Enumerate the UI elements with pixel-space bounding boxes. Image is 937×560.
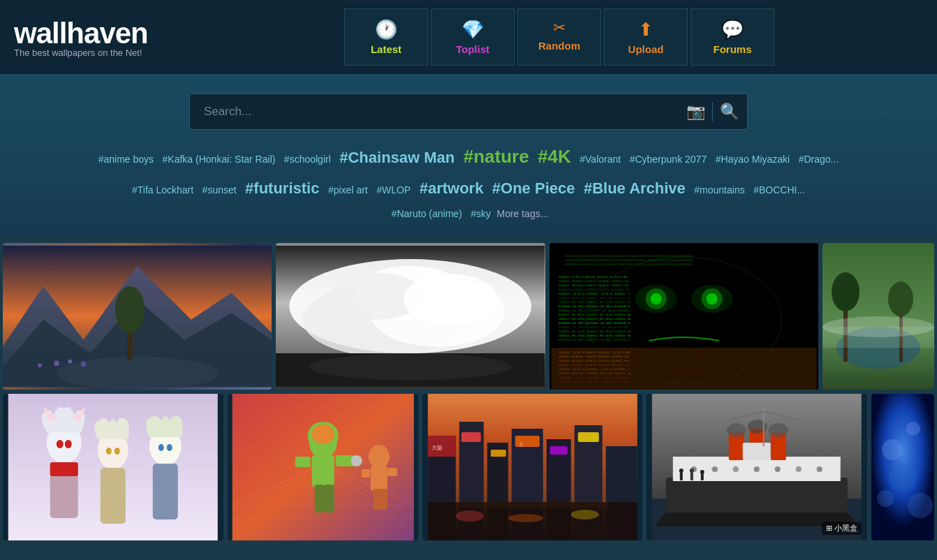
tag-tifa[interactable]: #Tifa Lockhart — [132, 184, 193, 196]
svg-rect-101 — [361, 469, 369, 478]
nav-label-upload: Upload — [628, 43, 664, 55]
svg-text:52930351 90100101 52930351 901: 52930351 90100101 52930351 90100101 5293… — [558, 280, 628, 283]
gallery-item-clouds[interactable] — [276, 243, 545, 390]
nav-label-toplist: Toplist — [456, 43, 489, 55]
svg-point-10 — [38, 363, 42, 367]
tag-valorant[interactable]: #Valorant — [580, 154, 621, 165]
svg-point-155 — [906, 422, 920, 436]
tag-blue-archive[interactable]: #Blue Archive — [584, 179, 686, 197]
svg-text:大阪: 大阪 — [431, 445, 443, 451]
tag-anime-boys[interactable]: #anime boys — [98, 154, 154, 165]
search-icon[interactable]: 🔍 — [720, 103, 739, 121]
svg-text:10100111 00110101 10100111 001: 10100111 00110101 10100111 00110101 1010… — [558, 284, 628, 287]
svg-point-120 — [508, 514, 543, 522]
svg-point-147 — [690, 469, 694, 473]
tag-one-piece[interactable]: #One Piece — [492, 179, 575, 197]
svg-text:52930351 90100101 52930351 901: 52930351 90100101 52930351 90100101 5293… — [558, 355, 628, 358]
svg-rect-98 — [324, 485, 334, 513]
svg-point-140 — [727, 423, 746, 437]
search-bar: 📷 🔍 — [189, 94, 748, 130]
svg-rect-103 — [373, 489, 380, 510]
svg-point-142 — [769, 423, 788, 437]
tag-4k[interactable]: #4K — [538, 146, 571, 167]
tag-wlop[interactable]: #WLOP — [376, 184, 411, 196]
svg-point-78 — [158, 444, 164, 451]
tag-mountains[interactable]: #mountains — [694, 184, 744, 196]
upload-icon: ⬆ — [638, 19, 654, 40]
svg-point-154 — [882, 439, 903, 460]
tags-area: #anime boys #Kafka (Honkai: Star Rail) #… — [50, 140, 887, 225]
shuffle-icon: ✂ — [553, 19, 566, 37]
nav-item-random[interactable]: ✂ Random — [517, 8, 601, 66]
gallery-row-1: 0101010101010101010101010101010101010101… — [3, 243, 934, 390]
nav-label-latest: Latest — [371, 43, 401, 55]
svg-rect-104 — [380, 489, 387, 510]
tag-sky[interactable]: #sky — [471, 208, 491, 219]
svg-rect-69 — [50, 462, 78, 476]
camera-icon[interactable]: 📷 — [686, 103, 705, 121]
gallery-item-city[interactable]: 大阪 王 — [422, 394, 643, 540]
gallery-item-game[interactable] — [228, 394, 418, 540]
svg-rect-148 — [701, 473, 704, 480]
tag-bocchi[interactable]: #BOCCHI... — [753, 184, 805, 196]
svg-text:10100111 001 10101 10100111 00: 10100111 001 10101 10100111 001 10101 10… — [558, 334, 630, 337]
gallery-item-ship[interactable]: ⊞ 小黑盒 — [647, 394, 867, 540]
svg-text:52930351 901 00101 52930351 90: 52930351 901 00101 52930351 901 00101 52… — [558, 330, 630, 333]
tag-futuristic[interactable]: #futuristic — [245, 179, 319, 197]
svg-point-135 — [796, 466, 802, 472]
gallery-item-pepe[interactable]: 0101010101010101010101010101010101010101… — [549, 243, 818, 390]
gallery-row-2: 大阪 王 — [3, 394, 934, 540]
svg-text:01010100 11010011 01010100 110: 01010100 11010011 01010100 11010011 0101… — [558, 364, 628, 367]
more-tags-link[interactable]: More tags... — [496, 208, 548, 219]
svg-text:52930351 9010 0101 52930351 90: 52930351 9010 0101 52930351 9010 0101 52… — [558, 297, 630, 300]
svg-text:01010100 110 10011 01010100 11: 01010100 110 10011 01010100 110 10011 01… — [558, 322, 630, 325]
svg-rect-71 — [101, 468, 126, 524]
svg-point-30 — [706, 293, 717, 304]
nav-item-forums[interactable]: 💬 Forums — [691, 8, 774, 66]
svg-rect-94 — [295, 457, 310, 467]
svg-point-96 — [351, 455, 362, 466]
header: wallhaven The best wallpapers on the Net… — [0, 0, 937, 74]
svg-text:10100111 001 10101 10100111 00: 10100111 001 10101 10100111 001 10101 10… — [558, 301, 630, 304]
gallery: 0101010101010101010101010101010101010101… — [0, 237, 937, 550]
gallery-item-forest[interactable] — [822, 243, 934, 390]
nav-item-latest[interactable]: 🕐 Latest — [344, 8, 428, 66]
svg-rect-93 — [311, 455, 334, 487]
svg-text:01010100 110 10011 01010100 11: 01010100 110 10011 01010100 110 10011 01… — [558, 305, 630, 308]
tag-sunset[interactable]: #sunset — [202, 184, 237, 196]
logo-text[interactable]: wallhaven — [14, 17, 168, 50]
gallery-item-anime[interactable] — [3, 394, 223, 540]
svg-point-158 — [908, 493, 933, 518]
tag-hayao[interactable]: #Hayao Miyazaki — [716, 154, 790, 165]
svg-point-19 — [309, 353, 511, 381]
tag-artwork[interactable]: #artwork — [420, 179, 484, 197]
search-input[interactable] — [198, 105, 686, 119]
svg-rect-122 — [456, 502, 610, 508]
tag-cyberpunk[interactable]: #Cyberpunk 2077 — [630, 154, 707, 165]
svg-point-149 — [700, 470, 704, 474]
nav-item-toplist[interactable]: 💎 Toplist — [431, 8, 515, 66]
svg-text:35359511 .14-95.23 35359511 .1: 35359511 .14-95.23 35359511 .14-95.23 35… — [558, 368, 630, 371]
svg-point-8 — [68, 359, 72, 363]
gallery-item-mountains[interactable] — [3, 243, 272, 390]
tag-kafka[interactable]: #Kafka (Honkai: Star Rail) — [163, 154, 276, 165]
tag-naruto[interactable]: #Naruto (anime) — [392, 208, 462, 219]
tag-drago[interactable]: #Drago... — [799, 154, 839, 165]
nav-item-upload[interactable]: ⬆ Upload — [604, 8, 688, 66]
tag-chainsaw-man[interactable]: #Chainsaw Man — [339, 149, 455, 166]
search-divider — [712, 102, 713, 121]
svg-text:10100111 00110101 10100111 001: 10100111 00110101 10100111 00110101 1010… — [558, 360, 628, 362]
svg-point-136 — [817, 466, 822, 472]
svg-point-76 — [106, 448, 112, 455]
svg-point-132 — [733, 466, 739, 472]
svg-point-74 — [57, 440, 64, 448]
main-nav: 🕐 Latest 💎 Toplist ✂ Random ⬆ Upload 💬 F… — [195, 8, 923, 66]
svg-text:35359511 .14 -95.23 35359511 .: 35359511 .14 -95.23 35359511 .14 -95.23 … — [558, 326, 628, 329]
tag-schoolgirl[interactable]: #schoolgirl — [284, 154, 331, 165]
tag-pixel-art[interactable]: #pixel art — [328, 184, 368, 196]
svg-text:-5-13-73 ....++++. -5-13-73 ..: -5-13-73 ....++++. -5-13-73 ....++++. -5… — [558, 376, 630, 379]
nav-label-random: Random — [538, 40, 580, 52]
gallery-item-blue[interactable] — [871, 394, 934, 540]
svg-rect-114 — [491, 450, 506, 457]
tag-nature[interactable]: #nature — [464, 146, 529, 167]
